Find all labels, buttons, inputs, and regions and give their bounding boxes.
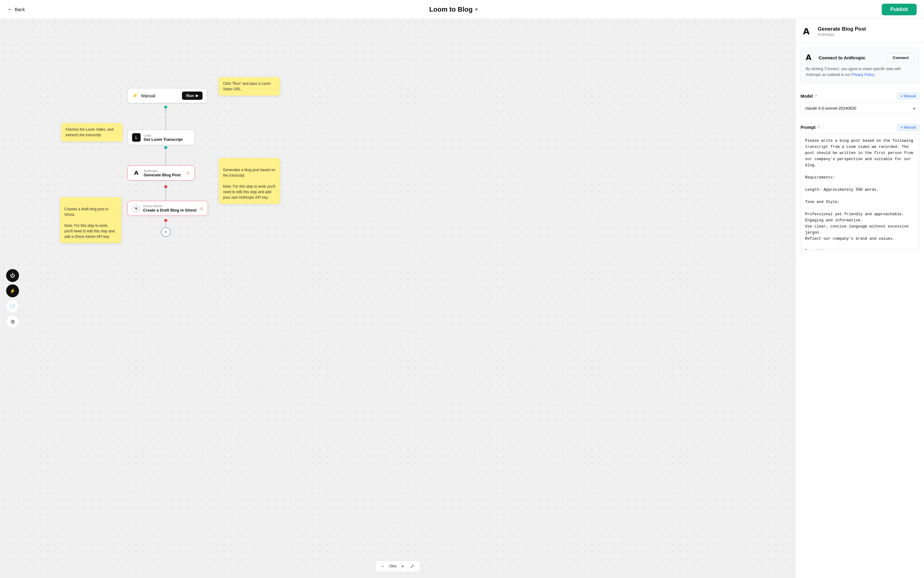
workflow-dropdown-button[interactable]: ▾ bbox=[475, 6, 478, 12]
tooltip-generate: Generates a blog post based on the trans… bbox=[219, 158, 280, 204]
error-icon-2: ⚠ bbox=[199, 206, 203, 211]
generate-blog-name: Generate Blog Post bbox=[144, 173, 183, 177]
manual-trigger-node[interactable]: ⚡ Manual Run ▶ bbox=[127, 88, 207, 103]
anthropic-label: Anthropic bbox=[144, 169, 183, 173]
back-button[interactable]: ← Back bbox=[7, 6, 25, 13]
back-arrow-icon: ← bbox=[7, 6, 13, 13]
prompt-textarea[interactable] bbox=[800, 134, 919, 250]
tooltip-loom: Fetches the Loom Video, and extracts the… bbox=[61, 123, 122, 141]
connector-lines bbox=[0, 19, 795, 578]
get-loom-name: Get Loom Transcript bbox=[144, 137, 190, 142]
model-label: Model bbox=[800, 94, 813, 99]
generate-blog-node[interactable]: 𝗔 Anthropic Generate Blog Post ⚠ bbox=[127, 165, 195, 180]
ghost-icon: 👻 bbox=[132, 205, 140, 213]
manual-label: Manual bbox=[141, 93, 155, 98]
header: ← Back Loom to Blog ▾ Publish bbox=[0, 0, 924, 19]
zoom-out-button[interactable]: − bbox=[379, 563, 386, 570]
lightning-button[interactable]: ⚡ bbox=[6, 284, 19, 297]
grid-button[interactable]: ⊞ bbox=[6, 315, 19, 328]
model-manual-badge: ≡ Manual bbox=[897, 93, 919, 99]
power-button[interactable]: ⏻ bbox=[6, 269, 19, 282]
model-help-icon[interactable]: ? bbox=[815, 94, 817, 98]
connector-dot-1 bbox=[164, 106, 167, 109]
model-select[interactable]: claude-3-5-sonnet-20240620 claude-3-opus… bbox=[800, 102, 919, 114]
lines-icon: ≡ bbox=[900, 94, 903, 98]
connector-dot-2 bbox=[164, 146, 167, 149]
leap-label: Leap bbox=[144, 133, 190, 137]
zoom-expand-button[interactable]: ⤢ bbox=[408, 563, 416, 570]
zoom-level: 79% bbox=[387, 564, 398, 568]
lightning-icon: ⚡ bbox=[132, 93, 138, 99]
get-loom-node[interactable]: L Leap Get Loom Transcript bbox=[127, 130, 195, 145]
header-center: Loom to Blog ▾ bbox=[429, 5, 478, 13]
anthropic-icon: 𝗔 bbox=[132, 169, 141, 177]
panel-subtitle: Anthropic bbox=[818, 32, 866, 37]
back-label: Back bbox=[15, 7, 25, 12]
model-select-wrapper: claude-3-5-sonnet-20240620 claude-3-opus… bbox=[800, 102, 919, 114]
lines-icon-2: ≡ bbox=[900, 125, 903, 130]
connect-title: Connect to Anthropic bbox=[818, 55, 888, 60]
panel-header: 𝗔 Generate Blog Post Anthropic bbox=[795, 19, 924, 42]
connect-description: By clicking 'Connect', you agree to shar… bbox=[806, 66, 914, 78]
main-layout: Click "Run" and pass a Loom Video URL. F… bbox=[0, 19, 924, 578]
svg-text:𝗔: 𝗔 bbox=[806, 53, 812, 62]
left-toolbar: ⏻ ⚡ 📄 ⊞ bbox=[6, 269, 19, 328]
workflow-title: Loom to Blog bbox=[429, 5, 473, 13]
model-section: Model ? ≡ Manual claude-3-5-sonnet-20240… bbox=[795, 88, 924, 119]
connect-section: 𝗔 Connect to Anthropic Connect By clicki… bbox=[800, 47, 919, 83]
connect-logo-icon: 𝗔 bbox=[806, 53, 815, 62]
privacy-policy-link[interactable]: Privacy Policy. bbox=[851, 73, 875, 77]
prompt-section: Prompt ? ≡ Manual bbox=[795, 119, 924, 257]
prompt-help-icon[interactable]: ? bbox=[817, 125, 820, 130]
panel-logo: 𝗔 bbox=[802, 25, 814, 37]
leap-icon: L bbox=[132, 133, 141, 142]
workflow-canvas[interactable]: Click "Run" and pass a Loom Video URL. F… bbox=[0, 19, 795, 578]
tooltip-run: Click "Run" and pass a Loom Video URL. bbox=[219, 77, 280, 96]
error-icon: ⚠ bbox=[186, 170, 190, 175]
svg-text:𝗔: 𝗔 bbox=[803, 27, 810, 36]
tooltip-ghost: Creates a draft blog post in Ghost. Note… bbox=[60, 197, 121, 243]
prompt-manual-badge: ≡ Manual bbox=[897, 124, 919, 131]
zoom-controls: − 79% + ⤢ bbox=[375, 560, 420, 572]
connect-button[interactable]: Connect bbox=[888, 53, 914, 62]
publish-button[interactable]: Publish bbox=[882, 4, 917, 15]
panel-title: Generate Blog Post bbox=[818, 26, 866, 32]
ghost-admin-label: Ghost Admin bbox=[143, 204, 196, 208]
add-node-button[interactable]: + bbox=[161, 227, 171, 237]
document-button[interactable]: 📄 bbox=[6, 300, 19, 313]
create-draft-node[interactable]: 👻 Ghost Admin Create a Draft Blog in Gho… bbox=[127, 201, 208, 216]
header-right: Publish bbox=[882, 4, 917, 15]
connector-dot-4 bbox=[164, 219, 167, 222]
play-icon: ▶ bbox=[196, 94, 198, 97]
prompt-label: Prompt bbox=[800, 125, 815, 130]
right-panel: 𝗔 Generate Blog Post Anthropic 𝗔 Connect… bbox=[795, 19, 924, 578]
create-draft-name: Create a Draft Blog in Ghost bbox=[143, 208, 196, 213]
run-label: Run bbox=[186, 93, 194, 98]
connector-dot-3 bbox=[164, 185, 167, 188]
header-left: ← Back bbox=[7, 6, 25, 13]
run-button[interactable]: Run ▶ bbox=[182, 91, 203, 100]
zoom-in-button[interactable]: + bbox=[400, 563, 406, 570]
